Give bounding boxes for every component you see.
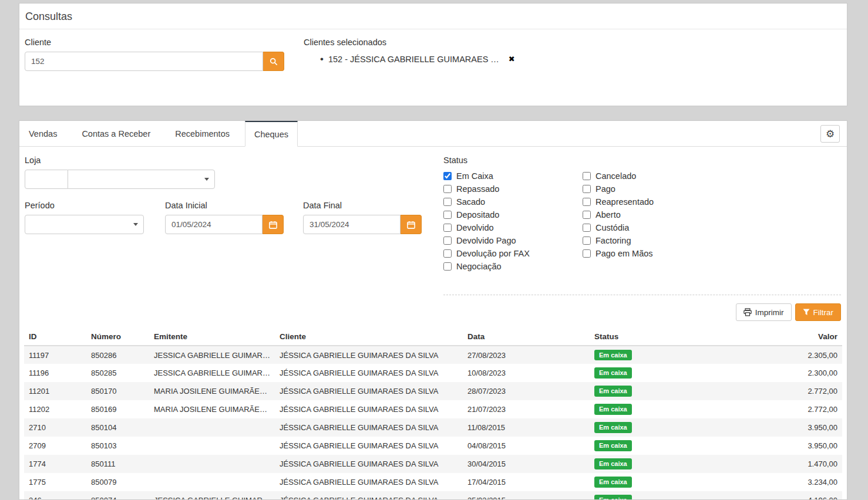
status-option-negociacao[interactable]: Negociação bbox=[443, 260, 530, 273]
data-final-calendar-button[interactable] bbox=[401, 215, 422, 234]
cell-emitente: JESSICA GABRIELLE GUIMARAES D… bbox=[149, 346, 275, 364]
cell-cliente: JÉSSICA GABRIELLE GUIMARAES DA SILVA bbox=[275, 437, 463, 455]
status-option-devolvido-pago[interactable]: Devolvido Pago bbox=[443, 234, 530, 247]
settings-button[interactable]: ⚙ bbox=[820, 125, 840, 143]
cell-status: Em caixa bbox=[590, 437, 716, 455]
cliente-label: Cliente bbox=[25, 38, 51, 47]
status-checkbox-pago-em-maos[interactable] bbox=[583, 249, 591, 258]
filtrar-label: Filtrar bbox=[813, 308, 834, 317]
status-option-factoring[interactable]: Factoring bbox=[583, 234, 654, 247]
status-checkbox-custodia[interactable] bbox=[583, 224, 591, 232]
calendar-icon bbox=[407, 221, 415, 229]
data-inicial-input[interactable] bbox=[165, 215, 263, 234]
status-checkbox-devolvido-pago[interactable] bbox=[443, 237, 452, 245]
filter-area: Loja Período Data Inicial bbox=[19, 147, 847, 328]
column-header-status: Status bbox=[590, 328, 716, 346]
cell-valor: 1.470,00 bbox=[716, 455, 842, 473]
cliente-search-group bbox=[25, 52, 284, 71]
cell-data: 21/07/2023 bbox=[463, 400, 590, 418]
status-checkbox-devolucao-por-fax[interactable] bbox=[443, 249, 452, 258]
status-checkbox-em-caixa[interactable] bbox=[443, 172, 452, 180]
imprimir-button[interactable]: Imprimir bbox=[736, 303, 792, 321]
cell-valor: 3.950,00 bbox=[716, 437, 842, 455]
status-checkbox-factoring[interactable] bbox=[583, 237, 591, 245]
data-final-label: Data Final bbox=[303, 201, 342, 210]
status-checkbox-reapresentado[interactable] bbox=[583, 198, 591, 206]
status-option-label: Devolvido bbox=[456, 223, 494, 232]
status-option-label: Em Caixa bbox=[456, 171, 493, 181]
cell-id: 11196 bbox=[24, 364, 86, 382]
status-checkbox-pago[interactable] bbox=[583, 185, 591, 193]
table-row: 11197850286JESSICA GABRIELLE GUIMARAES D… bbox=[24, 346, 842, 364]
filtrar-button[interactable]: Filtrar bbox=[795, 303, 842, 321]
status-badge: Em caixa bbox=[594, 495, 632, 500]
table-row: 346850074JESSICA GABRIELLE GUIMARAES SIL… bbox=[24, 491, 842, 500]
cell-valor: 2.772,00 bbox=[716, 382, 842, 400]
status-option-sacado[interactable]: Sacado bbox=[443, 195, 530, 208]
status-checkbox-depositado[interactable] bbox=[443, 211, 452, 219]
cell-valor: 4.196,00 bbox=[716, 491, 842, 500]
cell-data: 28/07/2023 bbox=[463, 382, 590, 400]
cliente-search-input[interactable] bbox=[25, 52, 263, 71]
status-badge: Em caixa bbox=[594, 458, 632, 469]
page-title: Consultas bbox=[19, 4, 847, 29]
column-header-data: Data bbox=[463, 328, 590, 346]
status-option-depositado[interactable]: Depositado bbox=[443, 208, 530, 221]
status-option-em-caixa[interactable]: Em Caixa bbox=[443, 170, 530, 183]
status-option-label: Pago em Mãos bbox=[596, 249, 653, 258]
status-checkbox-cancelado[interactable] bbox=[583, 172, 591, 180]
cell-emitente: MARIA JOSILENE GUIMARÃES SILVA bbox=[149, 382, 275, 400]
loja-select[interactable] bbox=[68, 170, 215, 189]
cell-cliente: JÉSSICA GABRIELLE GUIMARAES DA SILVA bbox=[275, 400, 463, 418]
remove-client-icon[interactable]: ✖ bbox=[509, 55, 515, 63]
cell-emitente bbox=[149, 418, 275, 437]
cell-data: 11/08/2015 bbox=[463, 418, 590, 437]
cell-numero: 850074 bbox=[86, 491, 149, 500]
cell-valor: 2.772,00 bbox=[716, 400, 842, 418]
status-option-pago-em-maos[interactable]: Pago em Mãos bbox=[583, 247, 654, 260]
status-option-devolucao-por-fax[interactable]: Devolução por FAX bbox=[443, 247, 530, 260]
data-final-input[interactable] bbox=[303, 215, 401, 234]
status-checkbox-negociacao[interactable] bbox=[443, 262, 452, 271]
cell-cliente: JÉSSICA GABRIELLE GUIMARAES DA SILVA bbox=[275, 455, 463, 473]
status-badge: Em caixa bbox=[594, 350, 632, 360]
column-header-emitente: Emitente bbox=[149, 328, 275, 346]
table-row: 1775850079JÉSSICA GABRIELLE GUIMARAES DA… bbox=[24, 473, 842, 491]
cell-status: Em caixa bbox=[590, 364, 716, 382]
table-body: 11197850286JESSICA GABRIELLE GUIMARAES D… bbox=[24, 346, 842, 500]
data-inicial-calendar-button[interactable] bbox=[263, 215, 284, 234]
status-option-reapresentado[interactable]: Reapresentado bbox=[583, 195, 654, 208]
cell-status: Em caixa bbox=[590, 473, 716, 491]
cell-numero: 850104 bbox=[86, 418, 149, 437]
filter-icon bbox=[803, 309, 810, 316]
status-option-label: Reapresentado bbox=[596, 197, 654, 207]
tab-recebimentos[interactable]: Recebimentos bbox=[166, 121, 239, 146]
status-badge: Em caixa bbox=[594, 367, 632, 378]
cell-cliente: JÉSSICA GABRIELLE GUIMARAES DA SILVA bbox=[275, 382, 463, 400]
cell-data: 27/08/2023 bbox=[463, 346, 590, 364]
tab-cheques[interactable]: Cheques bbox=[245, 121, 298, 147]
status-option-cancelado[interactable]: Cancelado bbox=[583, 170, 654, 183]
cell-emitente: JESSICA GABRIELLE GUIMARAES D… bbox=[149, 364, 275, 382]
cell-data: 17/04/2015 bbox=[463, 473, 590, 491]
periodo-select[interactable] bbox=[25, 215, 144, 234]
tab-contas-a-receber[interactable]: Contas a Receber bbox=[72, 121, 160, 146]
cell-id: 11202 bbox=[24, 400, 86, 418]
status-option-devolvido[interactable]: Devolvido bbox=[443, 221, 530, 234]
printer-icon bbox=[743, 308, 752, 316]
loja-code-input[interactable] bbox=[25, 170, 68, 189]
data-inicial-label: Data Inicial bbox=[165, 201, 207, 210]
status-option-pago[interactable]: Pago bbox=[583, 183, 654, 195]
cell-valor: 2.300,00 bbox=[716, 364, 842, 382]
search-button[interactable] bbox=[263, 52, 284, 71]
status-checkbox-devolvido[interactable] bbox=[443, 224, 452, 232]
status-checkbox-aberto[interactable] bbox=[583, 211, 591, 219]
status-column-1: Em CaixaRepassadoSacadoDepositadoDevolvi… bbox=[443, 170, 530, 273]
status-checkbox-sacado[interactable] bbox=[443, 198, 452, 206]
tab-vendas[interactable]: Vendas bbox=[19, 121, 66, 146]
status-option-custodia[interactable]: Custódia bbox=[583, 221, 654, 234]
status-checkbox-repassado[interactable] bbox=[443, 185, 452, 193]
status-option-repassado[interactable]: Repassado bbox=[443, 183, 530, 195]
column-header-cliente: Cliente bbox=[275, 328, 463, 346]
status-option-aberto[interactable]: Aberto bbox=[583, 208, 654, 221]
